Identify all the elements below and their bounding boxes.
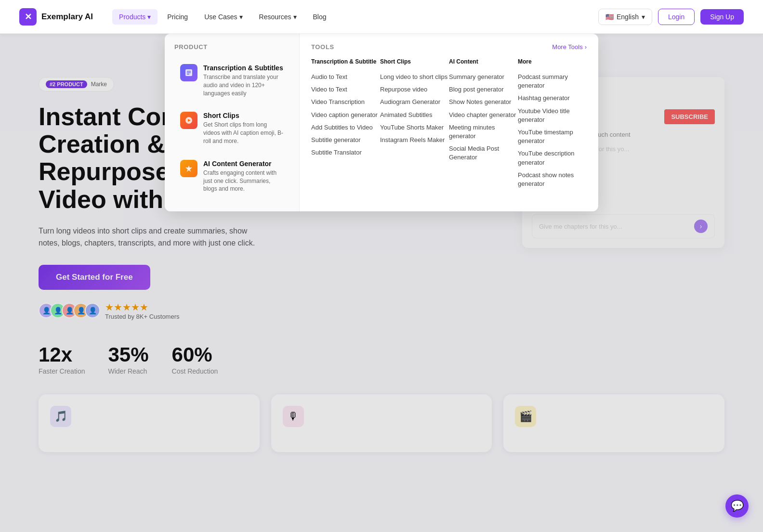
login-button[interactable]: Login — [658, 9, 695, 25]
tool-video-chapter[interactable]: Video chapter generator — [449, 109, 518, 121]
product-info-shortclips: Short Clips Get Short clips from long vi… — [203, 112, 284, 145]
nav-item-products[interactable]: Products ▾ — [112, 9, 158, 25]
tool-long-to-short[interactable]: Long video to short clips — [380, 71, 449, 83]
chat-bubble[interactable]: 💬 — [725, 494, 749, 518]
product-icon-ai-content — [180, 160, 197, 177]
chevron-down-icon: ▾ — [239, 13, 243, 21]
logo-icon: ✕ — [19, 8, 37, 26]
tools-col-transcription: Transcription & Subtitle Audio to Text V… — [311, 58, 380, 190]
products-section-title: Product — [174, 43, 289, 51]
tools-col-ai-content: AI Content Summary generator Blog post g… — [449, 58, 518, 190]
tool-audio-to-text[interactable]: Audio to Text — [311, 71, 380, 83]
chevron-down-icon: ▾ — [293, 13, 297, 21]
chevron-right-icon: › — [585, 43, 587, 51]
nav-items: Products ▾ Pricing Use Cases ▾ Resources… — [112, 9, 598, 25]
chevron-down-icon: ▾ — [147, 13, 151, 21]
tool-yt-title[interactable]: Youtube Video title generator — [518, 105, 587, 126]
product-info-transcription: Transcription & Subtitles Transcribe and… — [203, 64, 284, 97]
nav-item-resources[interactable]: Resources ▾ — [252, 9, 303, 25]
product-info-ai-content: AI Content Generator Crafts engaging con… — [203, 160, 284, 193]
product-icon-shortclips — [180, 112, 197, 129]
tools-col-short-clips: Short Clips Long video to short clips Re… — [380, 58, 449, 190]
chat-icon: 💬 — [731, 500, 744, 512]
tool-video-caption[interactable]: Video caption generator — [311, 109, 380, 121]
language-label: English — [617, 13, 639, 21]
tool-video-to-text[interactable]: Video to Text — [311, 83, 380, 96]
tool-add-subtitles[interactable]: Add Subtitles to Video — [311, 121, 380, 134]
product-item-transcription[interactable]: Transcription & Subtitles Transcribe and… — [174, 58, 289, 103]
tool-meeting-minutes[interactable]: Meeting minutes generator — [449, 121, 518, 143]
tool-animated-subtitles[interactable]: Animated Subtitles — [380, 109, 449, 121]
chevron-down-icon: ▾ — [642, 13, 645, 21]
tool-podcast-summary[interactable]: Podcast summary generator — [518, 71, 587, 92]
product-icon-transcription — [180, 64, 197, 81]
tool-yt-timestamp[interactable]: YouTube timestamp generator — [518, 126, 587, 147]
nav-item-pricing[interactable]: Pricing — [160, 9, 195, 25]
tools-header: Tools More Tools › — [311, 43, 587, 51]
mega-dropdown: Product Transcription & Subtitles Transc… — [165, 34, 598, 211]
tool-social-media-post[interactable]: Social Media Post Generator — [449, 143, 518, 164]
tool-instagram-reels[interactable]: Instagram Reels Maker — [380, 134, 449, 146]
nav-item-use-cases[interactable]: Use Cases ▾ — [197, 9, 249, 25]
tool-yt-shorts[interactable]: YouTube Shorts Maker — [380, 121, 449, 134]
tool-show-notes[interactable]: Show Notes generator — [449, 96, 518, 108]
more-tools-link[interactable]: More Tools › — [552, 43, 587, 51]
tool-subtitle-generator[interactable]: Subtitle generator — [311, 134, 380, 146]
tools-col-more: More Podcast summary generator Hashtag g… — [518, 58, 587, 190]
nav-right: 🇺🇸 English ▾ Login Sign Up — [598, 9, 744, 25]
dropdown-products-panel: Product Transcription & Subtitles Transc… — [165, 34, 300, 211]
product-item-shortclips[interactable]: Short Clips Get Short clips from long vi… — [174, 106, 289, 151]
tool-summary[interactable]: Summary generator — [449, 71, 518, 83]
tools-grid: Transcription & Subtitle Audio to Text V… — [311, 58, 587, 190]
language-selector[interactable]: 🇺🇸 English ▾ — [598, 9, 652, 25]
tool-video-transcription[interactable]: Video Transcription — [311, 96, 380, 108]
product-item-ai-content[interactable]: AI Content Generator Crafts engaging con… — [174, 154, 289, 199]
tool-audiogram[interactable]: Audiogram Generator — [380, 96, 449, 108]
logo[interactable]: ✕ Exemplary AI — [19, 8, 93, 26]
tool-blog-post[interactable]: Blog post generator — [449, 83, 518, 96]
flag-icon: 🇺🇸 — [605, 13, 614, 21]
tool-subtitle-translator[interactable]: Subtitle Translator — [311, 146, 380, 159]
nav-item-blog[interactable]: Blog — [306, 9, 333, 25]
logo-text: Exemplary AI — [41, 12, 93, 22]
tool-podcast-show-notes[interactable]: Podcast show notes generator — [518, 169, 587, 190]
tool-repurpose-video[interactable]: Repurpose video — [380, 83, 449, 96]
navbar: ✕ Exemplary AI Products ▾ Pricing Use Ca… — [0, 0, 763, 34]
tool-yt-description[interactable]: YouTube description generator — [518, 147, 587, 169]
signup-button[interactable]: Sign Up — [700, 9, 744, 25]
tool-hashtag[interactable]: Hashtag generator — [518, 92, 587, 104]
tools-section-title: Tools — [311, 43, 334, 51]
dropdown-tools-panel: Tools More Tools › Transcription & Subti… — [300, 34, 598, 211]
